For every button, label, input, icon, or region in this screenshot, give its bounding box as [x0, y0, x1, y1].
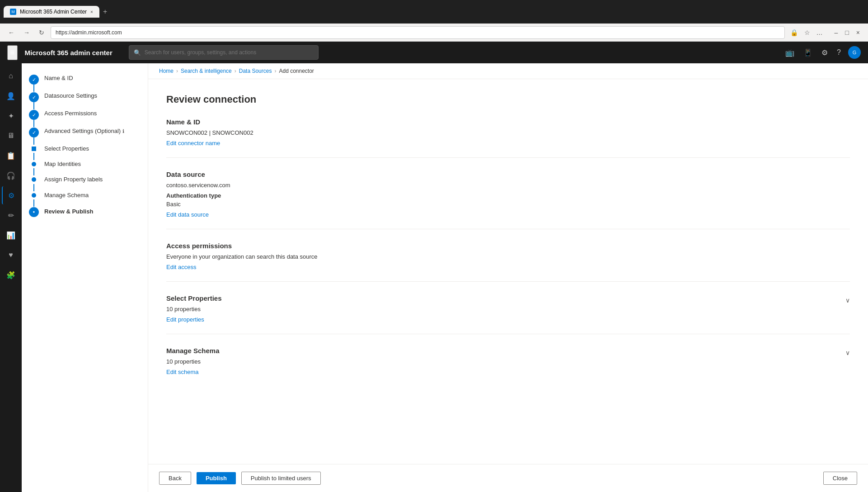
- step-advanced: ✓ Advanced Settings (Optional) ℹ: [29, 127, 141, 145]
- content-area: ✓ Name & ID ✓ Datasource Settings: [22, 63, 868, 492]
- close-button[interactable]: Close: [823, 472, 857, 485]
- step-assign-labels: Assign Property labels: [29, 175, 141, 191]
- breadcrumb-search[interactable]: Search & intelligence: [181, 68, 232, 74]
- auth-type-label: Authentication type: [166, 192, 850, 199]
- section-manage-schema-title: Manage Schema: [166, 347, 220, 355]
- browser-action-1[interactable]: 🔒: [788, 27, 800, 38]
- search-icon: 🔍: [134, 49, 141, 56]
- sidebar-support-icon[interactable]: 🎧: [2, 166, 20, 184]
- breadcrumb-data-sources[interactable]: Data Sources: [239, 68, 272, 74]
- name-id-value: SNOWCON002 | SNOWCON002: [166, 129, 850, 136]
- maximize-button[interactable]: □: [842, 27, 851, 38]
- step-1-indicator: ✓: [29, 75, 39, 85]
- minimize-button[interactable]: –: [832, 27, 841, 38]
- auth-type-value: Basic: [166, 201, 850, 208]
- top-nav: ≡ Microsoft 365 admin center 🔍 📺 📱 ⚙ ? G: [0, 42, 868, 63]
- section-data-source-title: Data source: [166, 170, 205, 178]
- search-input[interactable]: [145, 49, 314, 56]
- edit-access-link[interactable]: Edit access: [166, 264, 196, 270]
- avatar[interactable]: G: [848, 46, 861, 59]
- nav-icons: 📺 📱 ⚙ ? G: [784, 46, 861, 59]
- settings-nav-icon[interactable]: ⚙: [820, 47, 830, 59]
- section-select-properties: Select Properties ∨ 10 properties Edit p…: [166, 294, 850, 334]
- data-source-url: contoso.servicenow.com: [166, 182, 850, 189]
- address-bar-row: ← → ↻ 🔒 ☆ … – □ ×: [0, 24, 868, 42]
- manage-schema-collapse-icon[interactable]: ∨: [845, 349, 850, 356]
- section-name-id: Name & ID SNOWCON002 | SNOWCON002 Edit c…: [166, 118, 850, 158]
- section-manage-schema: Manage Schema ∨ 10 properties Edit schem…: [166, 347, 850, 386]
- sidebar-analytics-icon[interactable]: 📊: [2, 226, 20, 244]
- step-2-label[interactable]: Datasource Settings: [44, 92, 97, 100]
- browser-action-3[interactable]: …: [815, 27, 825, 38]
- address-input[interactable]: [51, 26, 785, 39]
- page-title: Review connection: [166, 94, 850, 105]
- step-manage-schema: Manage Schema: [29, 191, 141, 207]
- sidebar-puzzle-icon[interactable]: 🧩: [2, 266, 20, 284]
- sidebar-intelligence-icon[interactable]: ✦: [2, 107, 20, 125]
- tab-title: Microsoft 365 Admin Center: [20, 9, 87, 15]
- step-6-label[interactable]: Map Identities: [44, 160, 81, 168]
- section-data-source: Data source contoso.servicenow.com Authe…: [166, 170, 850, 229]
- sidebar-settings-icon[interactable]: ⚙: [2, 186, 20, 204]
- step-7-label[interactable]: Assign Property labels: [44, 175, 103, 184]
- icon-sidebar: ⌂ 👤 ✦ 🖥 📋 🎧 ⚙ ✏ 📊 ♥ 🧩: [0, 63, 22, 492]
- help-icon[interactable]: ?: [835, 47, 843, 58]
- step-3-indicator: ✓: [29, 110, 39, 120]
- step-select-props: Select Properties: [29, 145, 141, 160]
- browser-chrome: M Microsoft 365 Admin Center × +: [0, 0, 868, 24]
- main-content: Review connection Name & ID SNOWCON002 |…: [148, 79, 868, 464]
- browser-actions: 🔒 ☆ …: [788, 27, 825, 38]
- publish-limited-button[interactable]: Publish to limited users: [241, 472, 321, 485]
- close-window-button[interactable]: ×: [854, 27, 863, 38]
- sidebar-devices-icon[interactable]: 🖥: [2, 127, 20, 145]
- step-3-label[interactable]: Access Permissions: [44, 109, 97, 118]
- sidebar-users-icon[interactable]: 👤: [2, 87, 20, 105]
- manage-schema-value: 10 properties: [166, 358, 850, 365]
- edit-properties-link[interactable]: Edit properties: [166, 316, 204, 323]
- section-access-title: Access permissions: [166, 242, 232, 250]
- back-button[interactable]: ←: [5, 27, 17, 38]
- step-8-label[interactable]: Manage Schema: [44, 191, 89, 199]
- sidebar-home-icon[interactable]: ⌂: [2, 67, 20, 85]
- app-wrapper: ≡ Microsoft 365 admin center 🔍 📺 📱 ⚙ ? G…: [0, 42, 868, 492]
- breadcrumb-home[interactable]: Home: [159, 68, 174, 74]
- step-1-label[interactable]: Name & ID: [44, 74, 73, 82]
- browser-action-2[interactable]: ☆: [802, 27, 812, 38]
- breadcrumb-current: Add connector: [279, 68, 314, 74]
- step-map-identities: Map Identities: [29, 160, 141, 175]
- app-title: Microsoft 365 admin center: [25, 49, 113, 57]
- main-layout: ⌂ 👤 ✦ 🖥 📋 🎧 ⚙ ✏ 📊 ♥ 🧩 ✓ Name & ID: [0, 63, 868, 492]
- step-5-label[interactable]: Select Properties: [44, 145, 89, 153]
- publish-button[interactable]: Publish: [197, 472, 236, 484]
- breadcrumb-sep-1: ›: [176, 68, 178, 74]
- active-tab[interactable]: M Microsoft 365 Admin Center ×: [4, 6, 99, 18]
- breadcrumb: Home › Search & intelligence › Data Sour…: [148, 63, 868, 79]
- step-2-indicator: ✓: [29, 92, 39, 102]
- step-4-indicator: ✓: [29, 128, 39, 137]
- sidebar-reports-icon[interactable]: 📋: [2, 147, 20, 165]
- screen-icon[interactable]: 📺: [784, 47, 796, 59]
- step-9-label[interactable]: Review & Publish: [44, 208, 93, 216]
- edit-connector-name-link[interactable]: Edit connector name: [166, 140, 220, 147]
- breadcrumb-sep-3: ›: [274, 68, 276, 74]
- forward-button[interactable]: →: [21, 27, 33, 38]
- new-tab-button[interactable]: +: [101, 6, 109, 18]
- hamburger-menu[interactable]: ≡: [7, 45, 18, 60]
- mobile-icon[interactable]: 📱: [802, 47, 814, 59]
- select-props-collapse-icon[interactable]: ∨: [845, 297, 850, 304]
- section-select-props-title: Select Properties: [166, 294, 222, 302]
- breadcrumb-sep-2: ›: [235, 68, 236, 74]
- tab-close-icon[interactable]: ×: [90, 9, 93, 14]
- step-access: ✓ Access Permissions: [29, 109, 141, 127]
- tab-bar: M Microsoft 365 Admin Center × +: [4, 6, 109, 18]
- edit-schema-link[interactable]: Edit schema: [166, 369, 199, 375]
- edit-data-source-link[interactable]: Edit data source: [166, 211, 209, 218]
- step-name-id: ✓ Name & ID: [29, 74, 141, 92]
- steps-sidebar: ✓ Name & ID ✓ Datasource Settings: [22, 63, 148, 492]
- sidebar-pen-icon[interactable]: ✏: [2, 206, 20, 224]
- step-9-indicator: ●: [29, 207, 39, 217]
- step-4-label[interactable]: Advanced Settings (Optional) ℹ: [44, 127, 124, 135]
- back-button[interactable]: Back: [159, 472, 191, 485]
- refresh-button[interactable]: ↻: [36, 27, 47, 38]
- sidebar-health-icon[interactable]: ♥: [2, 246, 20, 264]
